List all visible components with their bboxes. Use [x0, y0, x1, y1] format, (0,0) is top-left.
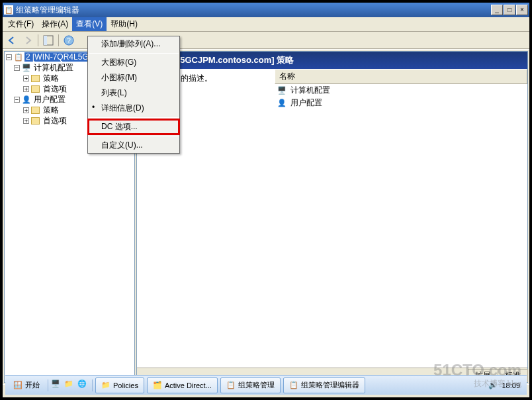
menu-customize[interactable]: 自定义(U)... — [88, 138, 179, 153]
help-button[interactable]: ? — [62, 33, 76, 48]
detail-header: IN-7QR4L5GCJPM.contoso.com] 策略 — [137, 52, 527, 69]
svg-rect-1 — [44, 36, 47, 45]
folder-icon: 📁 — [101, 381, 111, 389]
close-button[interactable]: × — [516, 5, 528, 15]
menu-separator — [89, 53, 179, 54]
menu-details[interactable]: 详细信息(D) — [88, 101, 179, 116]
minimize-button[interactable]: _ — [491, 5, 503, 15]
app-icon — [4, 5, 13, 15]
menu-help[interactable]: 帮助(H) — [107, 17, 142, 31]
menu-bar: 文件(F) 操作(A) 查看(V) 帮助(H) — [3, 17, 529, 32]
computer-icon: 🖥️ — [22, 63, 31, 72]
forward-button[interactable] — [21, 33, 35, 48]
start-button[interactable]: 🪟 开始 — [8, 378, 45, 392]
menu-separator — [89, 136, 179, 136]
folder-icon — [31, 117, 40, 125]
policy-icon: 📋 — [14, 52, 23, 62]
svg-text:?: ? — [67, 37, 71, 44]
ad-icon: 🗂️ — [153, 381, 162, 389]
folder-icon — [31, 75, 40, 82]
quick-launch: 🖥️ 📁 🌐 — [48, 379, 93, 391]
menu-add-remove-columns[interactable]: 添加/删除列(A)... — [88, 36, 179, 52]
ie-icon[interactable]: 🌐 — [77, 379, 89, 391]
task-gpeditor[interactable]: 📋组策略管理编辑器 — [283, 377, 365, 393]
toolbar-separator — [38, 34, 38, 46]
detail-pane: IN-7QR4L5GCJPM.contoso.com] 策略 目来查看它的描述。… — [136, 51, 528, 383]
back-button[interactable] — [5, 33, 19, 48]
menu-large-icons[interactable]: 大图标(G) — [88, 55, 179, 70]
window-title: 组策略管理编辑器 — [16, 5, 79, 16]
task-ad[interactable]: 🗂️Active Direct... — [147, 377, 218, 393]
menu-action[interactable]: 操作(A) — [38, 17, 72, 31]
clock[interactable]: 18:09 — [502, 381, 520, 389]
task-gpmc[interactable]: 📋组策略管理 — [220, 377, 281, 393]
show-desktop-icon[interactable]: 🖥️ — [51, 379, 63, 391]
menu-dc-options[interactable]: DC 选项... — [88, 119, 179, 134]
computer-icon: 🖥️ — [277, 86, 287, 95]
taskbar: 🪟 开始 🖥️ 📁 🌐 📁Policies 🗂️Active Direct...… — [5, 375, 527, 395]
folder-icon — [31, 107, 40, 114]
mmc-icon: 📋 — [226, 381, 236, 389]
tray-icon[interactable]: 🔊 — [488, 381, 498, 389]
system-tray[interactable]: 🔊 18:09 — [484, 381, 524, 389]
column-header-name[interactable]: 名称 — [275, 69, 527, 84]
explorer-icon[interactable]: 📁 — [64, 379, 76, 391]
menu-view[interactable]: 查看(V) — [72, 17, 107, 31]
mmc-icon: 📋 — [289, 381, 298, 389]
menu-small-icons[interactable]: 小图标(M) — [88, 70, 179, 85]
menu-list[interactable]: 列表(L) — [88, 85, 179, 101]
maximize-button[interactable]: □ — [504, 5, 515, 15]
task-policies[interactable]: 📁Policies — [95, 377, 144, 393]
windows-logo-icon: 🪟 — [13, 381, 22, 389]
toolbar-separator — [58, 34, 59, 46]
folder-icon — [31, 85, 40, 93]
list-item[interactable]: 🖥️ 计算机配置 — [275, 84, 527, 97]
menu-separator — [89, 117, 179, 118]
user-icon: 👤 — [22, 95, 31, 104]
show-hide-tree-button[interactable] — [41, 33, 56, 48]
menu-file[interactable]: 文件(F) — [4, 17, 38, 31]
list-item[interactable]: 👤 用户配置 — [275, 97, 527, 109]
user-icon: 👤 — [277, 99, 287, 108]
view-dropdown: 添加/删除列(A)... 大图标(G) 小图标(M) 列表(L) 详细信息(D)… — [87, 36, 180, 154]
title-bar: 组策略管理编辑器 _ □ × — [3, 3, 529, 17]
toolbar: ? — [3, 32, 529, 49]
